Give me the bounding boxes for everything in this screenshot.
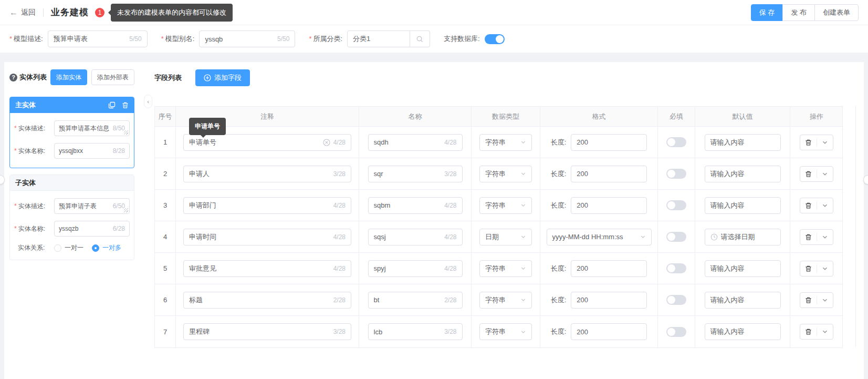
field-comment-input[interactable]: 申请人 3/28	[183, 166, 351, 182]
default-date-input[interactable]: 请选择日期	[705, 229, 781, 245]
expand-row-button[interactable]	[817, 293, 833, 308]
publish-button[interactable]: 发 布	[782, 4, 815, 21]
expand-row-button[interactable]	[817, 324, 833, 339]
clear-input-icon[interactable]	[323, 139, 330, 146]
relation-one-to-one-radio[interactable]	[54, 244, 61, 252]
delete-row-button[interactable]	[800, 324, 817, 339]
field-name-input[interactable]: lcb 3/28	[368, 323, 463, 340]
entity-name-label: 实体名称:	[14, 224, 54, 233]
sub-entity-card[interactable]: 子实体 实体描述: 预算申请子表 6/50 实体名称: y	[9, 175, 134, 260]
date-format-select[interactable]: yyyy-MM-dd HH:mm:ss	[547, 229, 652, 245]
sub-entity-desc-input[interactable]: 预算申请子表 6/50	[54, 198, 130, 214]
row-number: 3	[163, 201, 167, 209]
default-value-input[interactable]: 请输入内容	[705, 166, 781, 182]
row-action-group	[800, 229, 833, 245]
resize-grip[interactable]	[124, 130, 128, 135]
collapse-panel-button[interactable]: ‹	[144, 95, 152, 108]
sub-entity-name-input[interactable]: yssqzb 6/28	[54, 221, 130, 237]
default-value-input[interactable]: 请输入内容	[705, 197, 781, 214]
required-toggle[interactable]	[666, 327, 686, 337]
field-length-input[interactable]: 200	[571, 197, 647, 214]
default-value-input[interactable]: 请输入内容	[705, 292, 781, 309]
data-type-select[interactable]: 日期	[479, 229, 532, 245]
required-toggle[interactable]	[666, 232, 686, 242]
required-toggle[interactable]	[666, 200, 686, 210]
add-field-button[interactable]: 添加字段	[195, 69, 250, 86]
char-counter: 6/28	[113, 225, 125, 232]
field-name-input[interactable]: sqbm 4/28	[368, 197, 463, 214]
char-counter: 5/50	[129, 35, 141, 43]
char-counter: 4/28	[333, 233, 346, 241]
resize-grip[interactable]	[124, 208, 128, 212]
field-comment-input[interactable]: 标题 2/28	[183, 292, 351, 309]
required-toggle[interactable]	[666, 169, 686, 179]
model-category-input[interactable]: 分类1	[347, 30, 410, 47]
field-name-input[interactable]: bt 2/28	[368, 292, 463, 309]
field-name-input[interactable]: spyj 4/28	[368, 260, 463, 277]
data-type-select[interactable]: 字符串	[479, 260, 532, 277]
default-value-input[interactable]: 请输入内容	[705, 134, 781, 151]
category-search-button[interactable]	[410, 30, 430, 47]
delete-row-button[interactable]	[800, 230, 817, 244]
delete-row-button[interactable]	[800, 261, 817, 276]
data-type-select[interactable]: 字符串	[479, 166, 532, 182]
field-name-input[interactable]: sqdh 4/28	[368, 134, 463, 151]
delete-entity-icon[interactable]	[122, 101, 129, 109]
chevron-down-icon	[520, 234, 526, 240]
delete-row-button[interactable]	[800, 135, 817, 150]
field-length-input[interactable]: 200	[571, 292, 647, 309]
field-name-input[interactable]: sqsj 4/28	[368, 229, 463, 245]
delete-row-button[interactable]	[800, 198, 817, 213]
scrollbar-track[interactable]	[855, 106, 856, 347]
data-type-select[interactable]: 字符串	[479, 323, 532, 340]
field-panel-header: 字段列表 添加字段	[154, 69, 864, 86]
expand-row-button[interactable]	[817, 261, 833, 276]
expand-row-button[interactable]	[817, 167, 833, 181]
model-desc-input[interactable]: 预算申请表 5/50	[48, 30, 148, 47]
chevron-down-icon	[822, 202, 828, 209]
default-value-input[interactable]: 请输入内容	[705, 323, 781, 340]
delete-row-button[interactable]	[800, 167, 817, 181]
field-length-input[interactable]: 200	[571, 166, 647, 182]
required-toggle[interactable]	[666, 295, 686, 305]
required-toggle[interactable]	[666, 263, 686, 273]
copy-icon[interactable]	[108, 101, 116, 109]
relation-one-to-many-radio[interactable]	[92, 244, 99, 252]
back-button[interactable]: ← 返回	[9, 8, 36, 17]
expand-row-button[interactable]	[817, 135, 833, 150]
char-counter: 2/28	[333, 296, 346, 304]
model-alias-input[interactable]: yssqb 5/50	[199, 30, 295, 47]
field-length-input[interactable]: 200	[571, 323, 647, 340]
help-icon[interactable]: ?	[9, 74, 17, 81]
relation-one-to-many-label[interactable]: 一对多	[102, 243, 121, 252]
main-entity-card[interactable]: 主实体 实体描述: 预算申请基本信息 8/50	[9, 97, 134, 168]
expand-row-button[interactable]	[817, 230, 833, 244]
relation-one-to-one-label[interactable]: 一对一	[65, 243, 83, 252]
field-length-input[interactable]: 200	[571, 260, 647, 277]
default-value-input[interactable]: 请输入内容	[705, 260, 781, 277]
data-type-select[interactable]: 字符串	[479, 197, 532, 214]
field-comment-input[interactable]: 申请单号 4/28	[183, 134, 351, 151]
add-external-table-button[interactable]: 添加外部表	[91, 69, 134, 85]
db-support-field: 支持数据库:	[444, 34, 505, 44]
expand-row-button[interactable]	[817, 198, 833, 213]
field-comment-input[interactable]: 审批意见 4/28	[183, 260, 351, 277]
save-button[interactable]: 保 存	[751, 4, 783, 21]
field-name-input[interactable]: sqr 3/28	[368, 166, 463, 182]
drawer-handle-right[interactable]	[863, 175, 868, 185]
data-type-select[interactable]: 字符串	[479, 292, 532, 309]
required-toggle[interactable]	[666, 137, 686, 147]
main-entity-desc-input[interactable]: 预算申请基本信息 8/50	[54, 120, 130, 136]
field-comment-input[interactable]: 里程碑 3/28	[183, 323, 351, 340]
create-form-button[interactable]: 创建表单	[814, 4, 859, 21]
db-support-toggle[interactable]	[485, 34, 505, 44]
field-length-input[interactable]: 200	[571, 134, 647, 151]
top-bar-left: ← 返回 业务建模 1 未发布的建模表单的内容都可以修改	[9, 4, 233, 22]
data-type-select[interactable]: 字符串	[479, 134, 532, 151]
delete-row-button[interactable]	[800, 293, 817, 308]
field-comment-input[interactable]: 申请时间 4/28	[183, 229, 351, 245]
add-entity-button[interactable]: 添加实体	[50, 69, 87, 85]
main-entity-name-input[interactable]: yssqjbxx 8/28	[54, 143, 130, 159]
header-tooltip: 未发布的建模表单的内容都可以修改	[111, 4, 233, 22]
field-comment-input[interactable]: 申请部门 4/28	[183, 197, 351, 214]
